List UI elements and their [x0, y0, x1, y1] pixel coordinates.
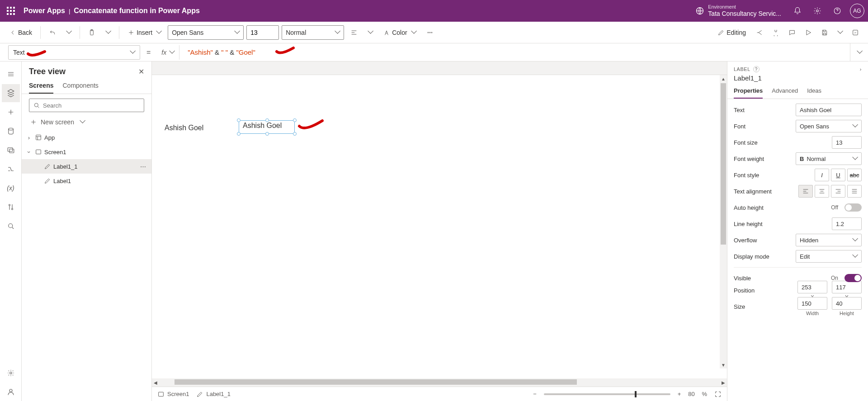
tree-item-label1-1[interactable]: Label1_1 ⋯	[22, 159, 151, 174]
align-button[interactable]	[347, 25, 361, 40]
scroll-down-arrow[interactable]: ▼	[720, 361, 727, 368]
prop-y-input[interactable]: 117	[832, 281, 862, 293]
font-family-value: Open Sans	[172, 29, 203, 36]
new-screen-button[interactable]: New screen	[29, 117, 144, 127]
prop-displaymode-select[interactable]: Edit	[796, 250, 862, 263]
status-screen[interactable]: Screen1	[157, 391, 189, 398]
zoom-in-button[interactable]: +	[678, 391, 681, 397]
rail-treeview-icon[interactable]	[2, 84, 20, 102]
prop-font-select[interactable]: Open Sans	[796, 120, 862, 132]
rail-hamburger-icon[interactable]	[2, 65, 20, 83]
undo-button[interactable]	[45, 25, 60, 40]
prop-overflow-select[interactable]: Hidden	[796, 234, 862, 246]
prop-width-input[interactable]: 150	[797, 297, 827, 310]
comments-button[interactable]	[785, 25, 799, 40]
back-button[interactable]: Back	[5, 25, 36, 40]
control-name[interactable]: Label1_1	[734, 74, 862, 82]
prop-height-input[interactable]: 40	[832, 297, 862, 310]
zoom-slider[interactable]	[544, 393, 670, 395]
italic-button[interactable]: I	[815, 169, 829, 181]
tree-item-more-icon[interactable]: ⋯	[140, 163, 146, 170]
rail-variables-icon[interactable]: (x)	[2, 179, 20, 197]
align-left-button[interactable]	[798, 185, 813, 198]
align-right-button[interactable]	[831, 185, 845, 198]
font-size-input[interactable]	[246, 25, 279, 40]
environment-picker[interactable]: Environment Tata Consultancy Servic...	[695, 4, 781, 18]
rail-virtualagent-icon[interactable]	[2, 383, 20, 401]
publish-button[interactable]	[848, 25, 863, 40]
horizontal-scrollbar[interactable]: ◀ ▶	[152, 378, 727, 387]
annotation-checkmark-icon	[275, 46, 295, 57]
tree-search[interactable]	[29, 99, 144, 112]
align-center-button[interactable]	[815, 185, 829, 198]
prop-fontsize-input[interactable]: 13	[832, 136, 862, 149]
rail-data-icon[interactable]	[2, 122, 20, 140]
formula-input[interactable]: "Ashish" & " " & "Goel"	[183, 48, 255, 57]
tree-item-label1[interactable]: Label1	[22, 174, 151, 188]
share-button[interactable]	[752, 25, 767, 40]
scroll-right-arrow[interactable]: ▶	[720, 378, 727, 387]
scroll-up-arrow[interactable]: ▲	[720, 75, 727, 82]
prop-x-input[interactable]: 253	[797, 281, 827, 293]
info-icon[interactable]: ?	[753, 66, 760, 72]
zoom-value[interactable]: 80 %	[688, 391, 707, 397]
canvas-control-label1-1[interactable]: Ashish Goel	[239, 120, 295, 134]
product-name[interactable]: Power Apps	[24, 7, 65, 15]
align-dropdown[interactable]	[364, 25, 377, 40]
save-button[interactable]	[817, 25, 832, 40]
rail-settings-icon[interactable]	[2, 364, 20, 382]
more-options-button[interactable]	[423, 25, 437, 40]
vertical-scrollbar[interactable]: ▲ ▼	[720, 75, 727, 368]
font-family-dropdown[interactable]: Open Sans	[168, 25, 244, 40]
editing-mode-button[interactable]: Editing	[714, 25, 750, 40]
canvas-viewport[interactable]: Ashish Goel Ashish Goel ▲ ▼	[152, 75, 727, 378]
color-button[interactable]: Color	[379, 25, 420, 40]
canvas-control-label1[interactable]: Ashish Goel	[165, 124, 203, 132]
visible-toggle[interactable]	[844, 274, 862, 282]
rail-flows-icon[interactable]	[2, 160, 20, 178]
tree-close-button[interactable]: ✕	[138, 67, 144, 76]
strikethrough-button[interactable]: abc	[847, 169, 862, 181]
tree-item-app[interactable]: › App	[22, 130, 151, 145]
tab-screens[interactable]: Screens	[29, 82, 53, 94]
rail-media-icon[interactable]	[2, 141, 20, 159]
formula-expand-button[interactable]	[850, 43, 868, 61]
help-button[interactable]	[828, 2, 846, 20]
preview-button[interactable]	[801, 25, 816, 40]
user-avatar[interactable]: AG	[850, 4, 864, 18]
font-weight-dropdown[interactable]: Normal	[282, 25, 344, 40]
notifications-button[interactable]	[788, 2, 807, 20]
canvas-control-text: Ashish Goel	[243, 122, 282, 129]
tree-item-screen1[interactable]: › Screen1	[22, 145, 151, 159]
panel-collapse-icon[interactable]: ›	[860, 66, 862, 72]
autoheight-toggle[interactable]	[844, 203, 862, 212]
save-dropdown[interactable]	[834, 25, 846, 40]
tab-advanced[interactable]: Advanced	[772, 87, 798, 99]
tree-search-input[interactable]	[43, 102, 140, 109]
fx-label[interactable]: fx	[157, 45, 179, 60]
prop-lineheight-input[interactable]: 1.2	[832, 217, 862, 230]
underline-button[interactable]: U	[831, 169, 845, 181]
tab-properties[interactable]: Properties	[734, 87, 763, 99]
property-selector[interactable]: Text	[8, 45, 140, 60]
status-control[interactable]: Label1_1	[196, 391, 231, 398]
app-checker-button[interactable]	[769, 25, 783, 40]
prop-text-input[interactable]: Ashish Goel	[796, 104, 862, 116]
scroll-left-arrow[interactable]: ◀	[152, 378, 159, 387]
rail-tools-icon[interactable]	[2, 198, 20, 216]
fit-to-screen-button[interactable]	[714, 391, 722, 398]
back-label: Back	[18, 29, 32, 36]
tab-ideas[interactable]: Ideas	[807, 87, 821, 99]
zoom-out-button[interactable]: −	[533, 391, 537, 397]
settings-button[interactable]	[808, 2, 826, 20]
paste-button[interactable]	[85, 25, 99, 40]
rail-insert-icon[interactable]	[2, 103, 20, 121]
prop-fontweight-select[interactable]: BNormal	[796, 152, 862, 165]
paste-dropdown[interactable]	[102, 25, 114, 40]
app-launcher-icon[interactable]	[4, 4, 18, 18]
insert-button[interactable]: Insert	[124, 25, 165, 40]
tab-components[interactable]: Components	[62, 82, 98, 94]
undo-dropdown[interactable]	[62, 25, 75, 40]
rail-search-icon[interactable]	[2, 217, 20, 235]
align-justify-button[interactable]	[847, 185, 862, 198]
